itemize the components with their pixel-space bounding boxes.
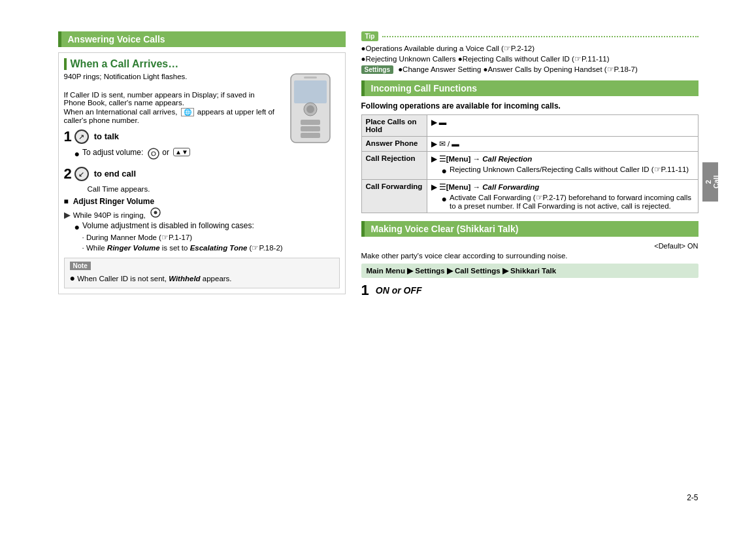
tip-label: Tip bbox=[361, 31, 379, 41]
step2: 2 ↙ to end call bbox=[64, 165, 340, 182]
functions-table: Place Calls on Hold ▶ ▬ Answer Phone ▶ ✉… bbox=[361, 114, 698, 213]
step1: 1 ↗ to talk bbox=[64, 128, 276, 145]
tip-item-1: ●Operations Available during a Voice Cal… bbox=[361, 44, 698, 53]
settings-label: Settings bbox=[361, 65, 393, 74]
mode-bullet1: · During Manner Mode (☞P.1-17) bbox=[82, 233, 340, 242]
svg-point-3 bbox=[306, 105, 314, 113]
nav-path: Main Menu ▶ Settings ▶ Call Settings ▶ S… bbox=[361, 264, 698, 278]
voice-header-title: Making Voice Clear (Shikkari Talk) bbox=[365, 221, 698, 237]
following-text: Following operations are available for i… bbox=[361, 101, 698, 111]
step1-label: to talk bbox=[94, 131, 119, 141]
step1-bullet: ● To adjust volume: or ▲▼ bbox=[74, 148, 340, 162]
escalating-text: Escalating Tone bbox=[190, 244, 248, 252]
incoming-header-title: Incoming Call Functions bbox=[365, 80, 698, 96]
phone-image bbox=[281, 73, 340, 145]
answering-voice-calls-title: Answering Voice Calls bbox=[61, 31, 346, 47]
svg-rect-6 bbox=[312, 120, 320, 125]
ringer-spin-icon bbox=[150, 211, 161, 219]
adjust-desc: ▶ While 940P is ringing, bbox=[64, 207, 340, 220]
left-column: Answering Voice Calls When a Call Arrive… bbox=[58, 31, 346, 502]
call-arrives-header: When a Call Arrives… bbox=[64, 58, 340, 70]
make-other-text: Make other party's voice clear according… bbox=[361, 252, 698, 260]
table-row: Call Forwarding ▶ ☰[Menu] → Call Forward… bbox=[361, 179, 698, 213]
voice-step1: 1 ON or OFF bbox=[361, 282, 698, 299]
page-number: 2-5 bbox=[687, 493, 698, 502]
page-container: Answering Voice Calls When a Call Arrive… bbox=[0, 0, 756, 533]
voice-clear-section: Making Voice Clear (Shikkari Talk) <Defa… bbox=[361, 221, 698, 299]
answer-phone-content: ▶ ✉ / ▬ bbox=[427, 136, 698, 151]
step2-number: 2 bbox=[64, 165, 72, 182]
step2-desc: Call Time appears. bbox=[88, 185, 340, 193]
voice-step1-text: ON or OFF bbox=[376, 285, 422, 296]
step1-number: 1 bbox=[64, 128, 72, 145]
adjust-ringer-title: ■ Adjust Ringer Volume bbox=[64, 197, 340, 206]
incoming-header-bar: Incoming Call Functions bbox=[361, 80, 698, 96]
table-row: Answer Phone ▶ ✉ / ▬ bbox=[361, 136, 698, 151]
svg-point-17 bbox=[154, 211, 157, 214]
step2-end-icon: ↙ bbox=[74, 167, 89, 181]
note-content: ● When Caller ID is not sent, Withheld a… bbox=[70, 272, 334, 284]
svg-rect-13 bbox=[304, 77, 317, 78]
call-rejection-content: ▶ ☰[Menu] → Call Rejection ● Rejecting U… bbox=[427, 151, 698, 179]
right-column: Tip ●Operations Available during a Voice… bbox=[361, 31, 698, 502]
tip-header: Tip bbox=[361, 31, 698, 41]
call-arrives-section: When a Call Arrives… bbox=[58, 52, 346, 295]
default-on: <Default> ON bbox=[361, 242, 698, 250]
place-calls-content: ▶ ▬ bbox=[427, 114, 698, 136]
volume-bullet: ● Volume adjustment is disabled in follo… bbox=[74, 221, 340, 233]
svg-rect-12 bbox=[312, 133, 320, 138]
svg-rect-1 bbox=[294, 80, 327, 103]
tip-item-2: ●Rejecting Unknown Callers ●Rejecting Ca… bbox=[361, 54, 698, 63]
table-row: Call Rejection ▶ ☰[Menu] → Call Rejectio… bbox=[361, 151, 698, 179]
call-forwarding-content: ▶ ☰[Menu] → Call Forwarding ● Activate C… bbox=[427, 179, 698, 213]
call-rejection-label: Call Rejection bbox=[361, 151, 427, 179]
intl-icon: 🌐 bbox=[181, 108, 194, 116]
volume-icon bbox=[148, 148, 159, 162]
step2-label: to end call bbox=[94, 169, 136, 179]
svg-point-14 bbox=[148, 148, 159, 159]
vol-key-icon: ▲▼ bbox=[173, 148, 190, 156]
incoming-call-section: Incoming Call Functions Following operat… bbox=[361, 80, 698, 213]
withheld-text: Withheld bbox=[169, 275, 200, 283]
content-area: Answering Voice Calls When a Call Arrive… bbox=[58, 31, 698, 502]
voice-header-bar: Making Voice Clear (Shikkari Talk) bbox=[361, 221, 698, 237]
note-box: Note ● When Caller ID is not sent, Withh… bbox=[64, 258, 340, 288]
ringer-volume-text: Ringer Volume bbox=[107, 244, 160, 252]
table-row: Place Calls on Hold ▶ ▬ bbox=[361, 114, 698, 136]
voice-step1-number: 1 bbox=[361, 282, 369, 299]
answering-voice-calls-header: Answering Voice Calls bbox=[58, 31, 346, 47]
step1-talk-icon: ↗ bbox=[74, 129, 89, 144]
svg-rect-9 bbox=[312, 126, 320, 131]
tip-section: Tip ●Operations Available during a Voice… bbox=[361, 31, 698, 74]
page-tab: 2 Call bbox=[702, 162, 718, 201]
svg-point-15 bbox=[152, 152, 156, 156]
tip-dots bbox=[382, 36, 698, 37]
mode-bullet2: · While Ringer Volume is set to Escalati… bbox=[82, 243, 340, 252]
settings-item: Settings ●Change Answer Setting ●Answer … bbox=[361, 65, 698, 74]
call-forwarding-label: Call Forwarding bbox=[361, 179, 427, 213]
answer-phone-label: Answer Phone bbox=[361, 136, 427, 151]
place-calls-label: Place Calls on Hold bbox=[361, 114, 427, 136]
note-label: Note bbox=[70, 262, 91, 270]
